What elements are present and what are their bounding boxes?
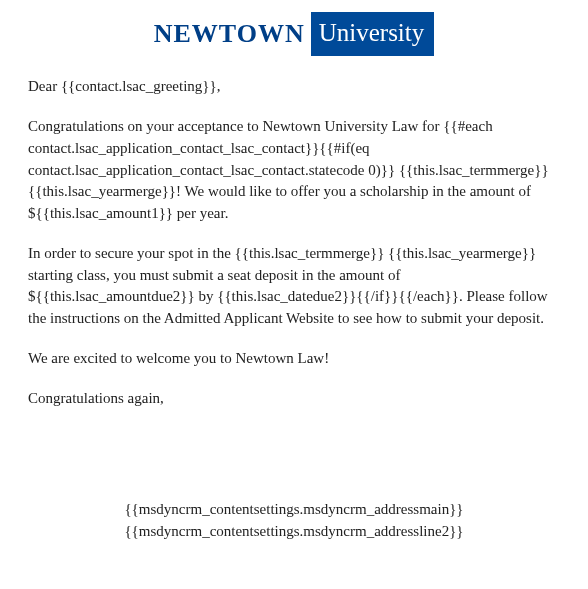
footer-address-main: {{msdyncrm_contentsettings.msdyncrm_addr… (28, 499, 560, 521)
congrats-line: Congratulations again, (28, 388, 560, 410)
footer-address: {{msdyncrm_contentsettings.msdyncrm_addr… (28, 499, 560, 543)
logo-text-left: NEWTOWN (154, 15, 311, 53)
deposit-paragraph: In order to secure your spot in the {{th… (28, 243, 560, 330)
acceptance-paragraph: Congratulations on your acceptance to Ne… (28, 116, 560, 225)
letter-body: Dear {{contact.lsac_greeting}}, Congratu… (0, 72, 588, 543)
greeting-line: Dear {{contact.lsac_greeting}}, (28, 76, 560, 98)
welcome-line: We are excited to welcome you to Newtown… (28, 348, 560, 370)
footer-address-line2: {{msdyncrm_contentsettings.msdyncrm_addr… (28, 521, 560, 543)
university-logo: NEWTOWN University (0, 0, 588, 72)
logo-text-right: University (311, 12, 435, 56)
